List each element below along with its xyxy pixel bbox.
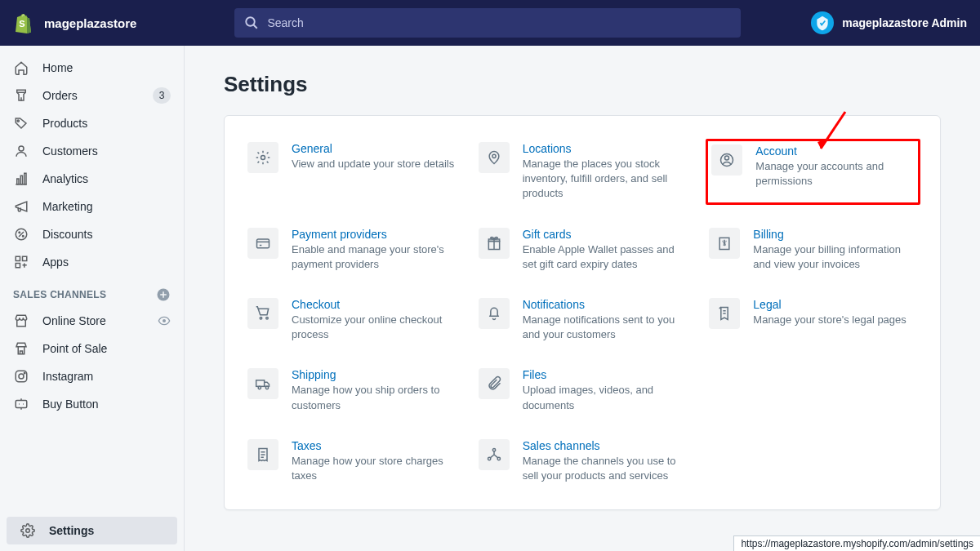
svg-rect-31 [256,380,265,387]
sidebar-item-products[interactable]: Products [0,109,184,137]
store-brand[interactable]: S mageplazastore [13,12,136,33]
setting-title[interactable]: General [292,142,456,155]
section-label: SALES CHANNELS [13,289,106,300]
settings-icon [20,522,36,539]
setting-files[interactable]: FilesUpload images, videos, and document… [475,365,690,415]
svg-rect-12 [23,256,27,260]
gear-icon [247,142,278,173]
home-icon [13,60,29,76]
shopify-logo-icon: S [13,12,33,33]
status-bar-url: https://mageplazastore.myshopify.com/adm… [733,535,980,551]
setting-title[interactable]: Taxes [292,439,456,452]
svg-point-20 [26,529,30,533]
svg-rect-11 [16,256,20,260]
location-icon [479,142,510,173]
view-store-icon[interactable] [158,314,171,327]
svg-text:$: $ [723,240,726,246]
sidebar-item-label: Apps [42,256,69,269]
svg-point-30 [266,318,269,320]
setting-title[interactable]: Files [523,368,687,381]
settings-card: GeneralView and update your store detail… [224,115,941,510]
add-channel-icon[interactable] [156,287,171,302]
legal-icon [709,298,740,329]
setting-title[interactable]: Gift cards [523,228,687,241]
orders-icon [13,87,29,104]
sidebar-item-analytics[interactable]: Analytics [0,165,184,193]
setting-billing[interactable]: $BillingManage your billing information … [706,224,920,275]
setting-locations[interactable]: LocationsManage the places you stock inv… [475,139,690,205]
setting-gift-cards[interactable]: Gift cardsEnable Apple Wallet passes and… [475,224,690,275]
setting-legal[interactable]: LegalManage your store's legal pages [706,295,920,345]
sidebar-item-label: Point of Sale [42,342,107,355]
marketing-icon [13,198,29,215]
sidebar-item-customers[interactable]: Customers [0,137,184,165]
svg-rect-25 [257,239,270,248]
setting-title[interactable]: Legal [753,298,917,311]
sidebar-item-apps[interactable]: Apps [0,248,184,276]
setting-desc: Manage your accounts and permissions [755,159,915,189]
setting-title[interactable]: Payment providers [292,228,456,241]
user-label: mageplazastore Admin [842,16,967,29]
products-icon [13,115,29,131]
sidebar-item-settings[interactable]: Settings [7,517,177,544]
billing-icon: $ [709,228,740,259]
svg-point-1 [247,17,256,26]
svg-rect-6 [20,176,22,184]
setting-desc: Manage notifications sent to you and you… [523,313,687,342]
setting-general[interactable]: GeneralView and update your store detail… [244,139,459,205]
setting-title[interactable]: Account [755,144,915,158]
page-title: Settings [224,72,941,97]
setting-desc: View and update your store details [292,157,456,171]
svg-point-17 [19,374,24,379]
sidebar-channel-instagram[interactable]: Instagram [0,362,184,390]
sidebar-item-label: Settings [49,524,94,537]
setting-title[interactable]: Sales channels [523,439,687,452]
setting-notifications[interactable]: NotificationsManage notifications sent t… [475,295,690,345]
setting-account[interactable]: AccountManage your accounts and permissi… [706,139,920,205]
sidebar-channel-point-of-sale[interactable]: Point of Sale [0,335,184,362]
setting-title[interactable]: Locations [523,142,687,155]
setting-title[interactable]: Billing [753,228,917,241]
cart-icon [247,298,278,329]
store-name: mageplazastore [44,16,136,30]
sidebar-item-home[interactable]: Home [0,54,184,82]
search-icon [244,16,259,30]
setting-desc: Manage how you ship orders to customers [292,383,456,412]
badge: 3 [153,87,171,104]
setting-desc: Customize your online checkout process [292,313,456,342]
sidebar-item-label: Instagram [42,370,93,383]
sidebar-item-marketing[interactable]: Marketing [0,193,184,220]
sidebar-item-orders[interactable]: Orders3 [0,82,184,109]
svg-point-4 [19,146,24,151]
bell-icon [479,298,510,329]
setting-shipping[interactable]: ShippingManage how you ship orders to cu… [244,365,459,415]
setting-title[interactable]: Checkout [292,298,456,311]
setting-sales-channels[interactable]: Sales channelsManage the channels you us… [475,436,690,487]
sidebar-channel-online-store[interactable]: Online Store [0,307,184,335]
search-box[interactable] [234,8,741,38]
top-bar: S mageplazastore mageplazastore Admin [0,0,980,46]
sidebar-item-label: Home [42,61,73,74]
setting-desc: Manage how your store charges taxes [292,454,456,483]
main-content: Settings GeneralView and update your sto… [185,46,980,551]
setting-taxes[interactable]: TaxesManage how your store charges taxes [244,436,459,487]
search-input[interactable] [267,16,731,29]
sales-channels-header: SALES CHANNELS [0,276,184,307]
setting-title[interactable]: Shipping [292,368,456,381]
sidebar-channel-buy-button[interactable]: Buy Button [0,390,184,418]
sidebar-item-discounts[interactable]: Discounts [0,220,184,248]
sidebar-item-label: Marketing [42,200,92,213]
svg-rect-19 [16,401,27,408]
svg-rect-7 [24,173,26,184]
online-store-icon [13,313,29,329]
setting-desc: Manage your billing information and view… [753,242,917,272]
setting-title[interactable]: Notifications [523,298,687,311]
gift-icon [479,228,510,259]
analytics-icon [13,171,29,187]
setting-payment-providers[interactable]: Payment providersEnable and manage your … [244,224,459,275]
setting-checkout[interactable]: CheckoutCustomize your online checkout p… [244,295,459,345]
svg-point-9 [19,232,20,233]
sidebar-item-label: Products [42,117,87,130]
user-menu[interactable]: mageplazastore Admin [811,11,967,34]
setting-desc: Manage the channels you use to sell your… [523,454,687,483]
